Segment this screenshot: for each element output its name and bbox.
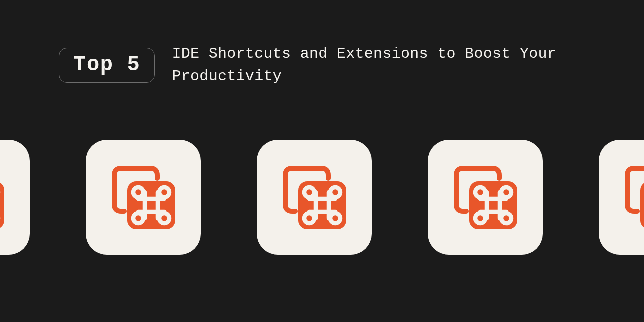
header: Top 5 IDE Shortcuts and Extensions to Bo… (59, 43, 614, 88)
command-copy-icon (110, 164, 178, 232)
icon-card (599, 140, 644, 255)
icon-card (0, 140, 30, 255)
command-copy-icon (0, 164, 6, 232)
svg-rect-36 (640, 182, 644, 230)
command-copy-icon (452, 164, 520, 232)
icon-card (86, 140, 201, 255)
page-title: IDE Shortcuts and Extensions to Boost Yo… (172, 43, 614, 88)
top-5-badge: Top 5 (59, 48, 155, 83)
icon-card (428, 140, 543, 255)
icon-card (257, 140, 372, 255)
svg-rect-0 (0, 182, 4, 230)
command-copy-icon (622, 164, 644, 232)
command-copy-icon (280, 164, 348, 232)
icon-strip (0, 140, 644, 255)
